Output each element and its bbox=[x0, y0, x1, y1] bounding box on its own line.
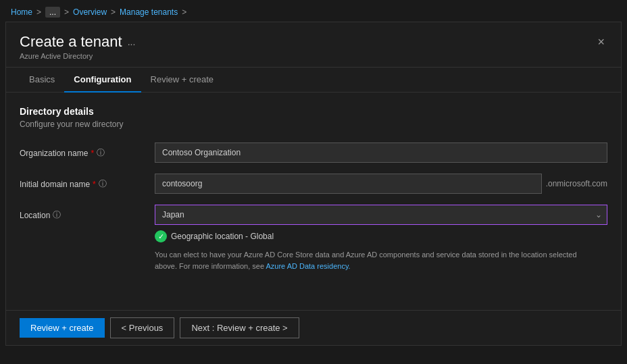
org-name-input-wrap bbox=[155, 142, 607, 163]
domain-text-wrap bbox=[155, 174, 542, 194]
org-required-star: * bbox=[91, 149, 94, 158]
geo-badge: ✓ Geographic location - Global bbox=[155, 230, 607, 242]
breadcrumb-overview[interactable]: Overview bbox=[73, 7, 107, 17]
panel-subtitle: Azure Active Directory bbox=[20, 52, 135, 60]
breadcrumb-current: ... bbox=[45, 7, 60, 18]
domain-input-wrap: .onmicrosoft.com bbox=[155, 174, 607, 194]
domain-required-star: * bbox=[93, 180, 96, 189]
domain-row: Initial domain name * ⓘ .onmicrosoft.com bbox=[20, 174, 607, 194]
breadcrumb: Home > ... > Overview > Manage tenants > bbox=[0, 0, 627, 22]
domain-label: Initial domain name * ⓘ bbox=[20, 174, 155, 190]
panel-footer: Review + create < Previous Next : Review… bbox=[6, 310, 621, 345]
tab-bar: Basics Configuration Review + create bbox=[6, 68, 621, 93]
org-name-input[interactable] bbox=[155, 142, 607, 163]
domain-suffix: .onmicrosoft.com bbox=[542, 174, 607, 188]
section-desc: Configure your new directory bbox=[20, 120, 607, 129]
location-control-wrap: Japan United States Europe Asia ⌄ ✓ Geog… bbox=[155, 205, 607, 271]
domain-input[interactable] bbox=[155, 174, 542, 194]
geo-check-icon: ✓ bbox=[155, 230, 167, 242]
domain-info-icon[interactable]: ⓘ bbox=[99, 178, 107, 190]
next-button[interactable]: Next : Review + create > bbox=[180, 317, 299, 338]
content-area: Directory details Configure your new dir… bbox=[6, 93, 621, 310]
breadcrumb-sep2: > bbox=[64, 7, 69, 17]
location-select[interactable]: Japan United States Europe Asia bbox=[155, 205, 607, 225]
create-tenant-panel: Create a tenant ... Azure Active Directo… bbox=[5, 22, 622, 346]
panel-title-text: Create a tenant bbox=[20, 33, 122, 51]
panel-title-ellipsis[interactable]: ... bbox=[128, 36, 136, 47]
panel-title-row: Create a tenant ... bbox=[20, 33, 135, 51]
review-create-button[interactable]: Review + create bbox=[20, 318, 105, 338]
tab-configuration[interactable]: Configuration bbox=[64, 68, 141, 93]
org-info-icon[interactable]: ⓘ bbox=[97, 147, 105, 159]
geo-text: Geographic location - Global bbox=[171, 232, 274, 241]
breadcrumb-manage[interactable]: Manage tenants bbox=[120, 7, 178, 17]
breadcrumb-home[interactable]: Home bbox=[11, 7, 32, 17]
org-name-label: Organization name * ⓘ bbox=[20, 142, 155, 159]
data-residency-link[interactable]: Azure AD Data residency. bbox=[266, 262, 350, 270]
previous-button[interactable]: < Previous bbox=[110, 317, 175, 338]
info-text-block: You can elect to have your Azure AD Core… bbox=[155, 249, 587, 271]
section-title: Directory details bbox=[20, 106, 607, 117]
location-label: Location ⓘ bbox=[20, 205, 155, 221]
close-button[interactable]: × bbox=[595, 33, 607, 51]
location-row: Location ⓘ Japan United States Europe As… bbox=[20, 205, 607, 271]
domain-row-inner: .onmicrosoft.com bbox=[155, 174, 607, 194]
tab-review[interactable]: Review + create bbox=[141, 68, 224, 93]
breadcrumb-sep3: > bbox=[111, 7, 116, 17]
tab-basics[interactable]: Basics bbox=[20, 68, 64, 93]
location-info-icon[interactable]: ⓘ bbox=[53, 209, 61, 221]
org-name-row: Organization name * ⓘ bbox=[20, 142, 607, 163]
breadcrumb-sep1: > bbox=[36, 7, 41, 17]
panel-header: Create a tenant ... Azure Active Directo… bbox=[6, 22, 621, 68]
location-select-wrap: Japan United States Europe Asia ⌄ bbox=[155, 205, 607, 225]
panel-title-area: Create a tenant ... Azure Active Directo… bbox=[20, 33, 135, 60]
breadcrumb-sep4: > bbox=[182, 7, 186, 17]
